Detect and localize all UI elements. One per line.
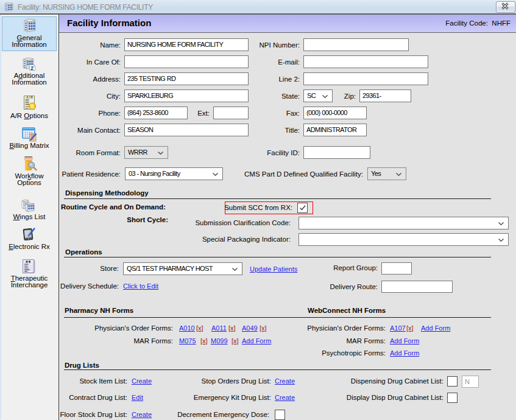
svg-text:S: S xyxy=(30,103,34,110)
svg-text:2: 2 xyxy=(30,65,34,71)
svg-text:A / R: A / R xyxy=(26,96,33,99)
